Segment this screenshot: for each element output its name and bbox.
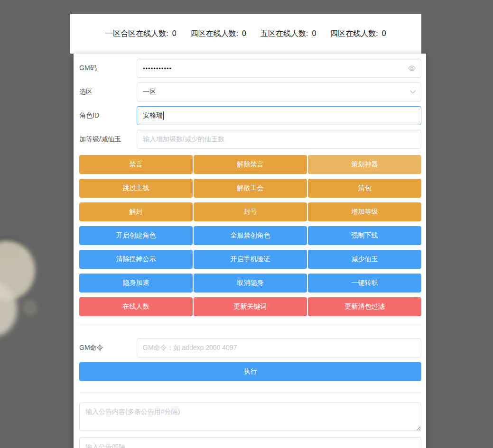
artwork-small-blob [23, 300, 37, 315]
zone-selected-value: 一区 [143, 88, 156, 96]
level-jade-input[interactable]: 输入增加级数/减少的仙玉数 [137, 130, 421, 149]
artwork-shadow-blob [0, 237, 24, 256]
enable-phone-verify-button[interactable]: 开启手机验证 [194, 250, 307, 269]
clear-stall-notice-button[interactable]: 清除摆摊公示 [79, 250, 193, 269]
stat-label: 一区合区在线人数: [105, 29, 168, 37]
text-caret [163, 111, 164, 120]
gm-code-row: GM码 ••••••••••• [79, 59, 421, 78]
skip-mainline-button[interactable]: 跳过主线 [79, 179, 193, 198]
role-id-value: 安格瑞 [143, 111, 163, 120]
online-count-button[interactable]: 在线人数 [79, 297, 193, 316]
level-jade-row: 加等级/减仙玉 输入增加级数/减少的仙玉数 [79, 130, 421, 149]
section-divider [79, 393, 421, 393]
eye-icon[interactable] [408, 65, 416, 72]
role-id-input[interactable]: 安格瑞 [137, 106, 421, 125]
disband-guild-button[interactable]: 解散工会 [194, 179, 307, 198]
stealth-speed-button[interactable]: 隐身加速 [79, 274, 193, 293]
stat-value: 0 [172, 29, 177, 37]
level-jade-label: 加等级/减仙玉 [79, 135, 137, 144]
online-stats-bar: 一区合区在线人数:0 四区在线人数:0 五区在线人数:0 四区在线人数:0 [70, 14, 421, 54]
announcement-interval-input[interactable] [79, 437, 421, 448]
enable-create-role-button[interactable]: 开启创建角色 [79, 226, 193, 245]
stat-zone1: 一区合区在线人数:0 [105, 29, 176, 39]
role-id-label: 角色ID [79, 111, 137, 120]
update-clearbag-filter-button[interactable]: 更新清包过滤 [308, 297, 421, 316]
ban-account-button[interactable]: 封号 [194, 202, 307, 221]
cancel-stealth-button[interactable]: 取消隐身 [194, 274, 307, 293]
reduce-jade-button[interactable]: 减少仙玉 [308, 250, 421, 269]
zone-row: 选区 一区 [79, 82, 421, 101]
planner-tool-button[interactable]: 策划神器 [308, 155, 421, 174]
stat-label: 五区在线人数: [260, 29, 308, 37]
gm-command-label: GM命令 [79, 344, 137, 352]
artwork-face-blob [0, 282, 17, 337]
zone-label: 选区 [79, 88, 137, 96]
role-id-row: 角色ID 安格瑞 [79, 106, 421, 125]
stat-label: 四区在线人数: [330, 29, 378, 37]
gm-panel: GM码 ••••••••••• 选区 一区 角色ID 安格瑞 [74, 54, 426, 448]
stat-label: 四区在线人数: [191, 29, 238, 37]
gm-code-input[interactable]: ••••••••••• [137, 59, 421, 78]
stat-value: 0 [242, 29, 246, 37]
gm-action-grid: 禁言 解除禁言 策划神器 跳过主线 解散工会 清包 解封 封号 增加等级 开启创… [79, 155, 421, 316]
stat-zone4b: 四区在线人数:0 [330, 29, 386, 39]
gm-command-placeholder: GM命令：如 addexp 2000 4097 [143, 344, 237, 352]
gm-code-label: GM码 [79, 64, 137, 73]
force-offline-button[interactable]: 强制下线 [308, 226, 421, 245]
add-level-button[interactable]: 增加等级 [308, 202, 421, 221]
section-divider [79, 326, 421, 326]
chevron-down-icon [409, 90, 416, 94]
stat-value: 0 [382, 29, 386, 37]
clear-bag-button[interactable]: 清包 [308, 179, 421, 198]
gm-command-input[interactable]: GM命令：如 addexp 2000 4097 [137, 338, 421, 357]
zone-select[interactable]: 一区 [137, 82, 421, 101]
unban-button[interactable]: 解封 [79, 202, 193, 221]
disable-create-role-button[interactable]: 全服禁创角色 [194, 226, 307, 245]
artwork-hair-blob [0, 241, 35, 300]
execute-button[interactable]: 执行 [79, 362, 421, 381]
one-key-class-change-button[interactable]: 一键转职 [308, 274, 421, 293]
mute-button[interactable]: 禁言 [79, 155, 193, 174]
update-keywords-button[interactable]: 更新关键词 [194, 297, 307, 316]
stat-zone4: 四区在线人数:0 [191, 29, 246, 39]
gm-code-masked-value: ••••••••••• [143, 65, 172, 72]
stat-value: 0 [312, 29, 316, 37]
gm-command-row: GM命令 GM命令：如 addexp 2000 4097 [79, 338, 421, 357]
level-jade-placeholder: 输入增加级数/减少的仙玉数 [143, 135, 224, 144]
unmute-button[interactable]: 解除禁言 [194, 155, 307, 174]
announcement-content-textarea[interactable] [79, 402, 421, 431]
stat-zone5: 五区在线人数:0 [260, 29, 316, 39]
